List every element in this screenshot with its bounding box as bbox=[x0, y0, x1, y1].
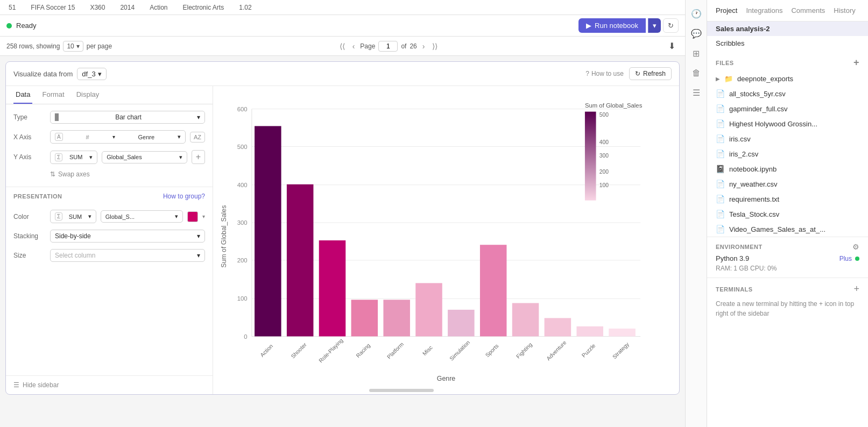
refresh-icon-button[interactable]: ↻ bbox=[663, 18, 679, 33]
tab-display[interactable]: Display bbox=[74, 86, 102, 104]
how-to-use-link[interactable]: ? How to use bbox=[585, 70, 624, 77]
file-all-stocks[interactable]: 📄 all_stocks_5yr.csv bbox=[707, 86, 868, 101]
viz-header-left: Visualize data from df_3 ▾ bbox=[13, 68, 107, 80]
file-iris[interactable]: 📄 iris.csv bbox=[707, 131, 868, 146]
file-requirements[interactable]: 📄 requirements.txt bbox=[707, 191, 868, 207]
presentation-controls: Color Σ SUM ▾ Global_S... ▾ ▾ bbox=[6, 203, 213, 268]
y-axis-icon: Σ bbox=[55, 153, 62, 161]
swatch-chevron-icon: ▾ bbox=[202, 213, 205, 219]
bar-chart-icon: ▊ bbox=[55, 113, 60, 121]
run-notebook-dropdown-button[interactable]: ▾ bbox=[648, 18, 661, 33]
chart-type-select[interactable]: ▊ Bar chart ▾ bbox=[50, 111, 205, 124]
svg-text:Platform: Platform bbox=[386, 341, 405, 360]
page-input[interactable] bbox=[378, 41, 398, 52]
env-plus-dot: Plus bbox=[839, 255, 859, 262]
swap-axes-button[interactable]: ⇅ Swap axes bbox=[13, 170, 205, 178]
add-file-button[interactable]: + bbox=[853, 57, 859, 68]
y-axis-agg-select[interactable]: Σ SUM ▾ bbox=[50, 151, 97, 164]
color-icon: Σ bbox=[55, 212, 62, 220]
file-ny-weather[interactable]: 📄 ny_weather.csv bbox=[707, 176, 868, 191]
svg-text:100: 100 bbox=[599, 182, 609, 188]
prev-page-button[interactable]: ‹ bbox=[350, 41, 357, 52]
per-page-select[interactable]: 10 ▾ bbox=[63, 41, 83, 52]
bar-action[interactable] bbox=[255, 126, 281, 336]
file-video-games[interactable]: 📄 Video_Games_Sales_as_at_... bbox=[707, 222, 868, 237]
bar-roleplaying[interactable] bbox=[319, 240, 346, 336]
row-col-platform: X360 bbox=[88, 3, 107, 12]
scrollbar[interactable] bbox=[369, 389, 434, 392]
chevron-down-icon: ▾ bbox=[89, 154, 93, 161]
bar-fighting[interactable] bbox=[512, 303, 539, 337]
clock-icon-button[interactable]: 🕐 bbox=[689, 5, 704, 22]
menu-icon-button[interactable]: ☰ bbox=[690, 84, 702, 101]
first-page-button[interactable]: ⟨⟨ bbox=[337, 41, 347, 52]
svg-text:Racing: Racing bbox=[355, 342, 372, 359]
run-notebook-button[interactable]: ▶ Run notebook bbox=[578, 18, 646, 33]
run-btn-container: ▶ Run notebook ▾ ↻ bbox=[578, 18, 679, 33]
file-iris2[interactable]: 📄 iris_2.csv bbox=[707, 146, 868, 161]
tab-format[interactable]: Format bbox=[40, 86, 66, 104]
svg-text:500: 500 bbox=[599, 112, 609, 118]
y-axis-col-select[interactable]: Global_Sales ▾ bbox=[102, 151, 187, 163]
bar-racing[interactable] bbox=[351, 300, 378, 336]
bar-chart-svg: Sum of Global_Sales 0 bbox=[218, 91, 674, 381]
bar-platform[interactable] bbox=[383, 300, 410, 336]
bar-sports[interactable] bbox=[480, 245, 507, 336]
right-tab-history[interactable]: History bbox=[834, 6, 855, 15]
svg-text:Shooter: Shooter bbox=[290, 341, 308, 360]
chart-area: Sum of Global_Sales 0 bbox=[213, 86, 679, 394]
scroll-indicator bbox=[213, 387, 679, 394]
color-agg-select[interactable]: Σ SUM ▾ bbox=[50, 210, 96, 223]
right-tab-project[interactable]: Project bbox=[716, 6, 737, 15]
df-source-select[interactable]: df_3 ▾ bbox=[77, 68, 106, 80]
tab-data[interactable]: Data bbox=[13, 86, 32, 104]
x-axis-select[interactable]: A # ▾ Genre ▾ bbox=[50, 130, 186, 144]
az-sort-button[interactable]: AZ bbox=[190, 132, 205, 143]
add-y-axis-button[interactable]: + bbox=[192, 150, 205, 164]
folder-deepnote-exports[interactable]: ▶ 📁 deepnote_exports bbox=[707, 72, 868, 86]
next-page-button[interactable]: › bbox=[420, 41, 427, 52]
icon-sidebar: 🕐 💬 ⊞ 🗑 ☰ bbox=[685, 0, 707, 427]
last-page-button[interactable]: ⟩⟩ bbox=[430, 41, 440, 52]
refresh-button[interactable]: ↻ Refresh bbox=[629, 67, 672, 80]
legend-gradient bbox=[585, 112, 596, 201]
bar-puzzle[interactable] bbox=[576, 326, 603, 337]
bar-simulation[interactable] bbox=[448, 310, 475, 337]
how-to-group-link[interactable]: How to group? bbox=[163, 193, 205, 200]
chat-icon-button[interactable]: 💬 bbox=[689, 25, 704, 42]
env-ram-info: RAM: 1 GB CPU: 0% bbox=[716, 265, 859, 272]
chevron-down-icon: ▾ bbox=[197, 252, 200, 259]
hide-sidebar-button[interactable]: ☰ Hide sidebar bbox=[6, 375, 213, 394]
add-terminal-button[interactable]: + bbox=[853, 283, 859, 295]
svg-text:Puzzle: Puzzle bbox=[581, 343, 597, 359]
right-tab-comments[interactable]: Comments bbox=[791, 6, 825, 15]
scribbles-item[interactable]: Scribbles bbox=[707, 36, 868, 51]
stacking-select[interactable]: Side-by-side ▾ bbox=[50, 230, 205, 243]
svg-text:100: 100 bbox=[237, 295, 248, 302]
table-icon-button[interactable]: ⊞ bbox=[690, 45, 702, 62]
size-select[interactable]: Select column ▾ bbox=[50, 249, 205, 262]
size-row: Size Select column ▾ bbox=[13, 249, 205, 262]
bar-strategy[interactable] bbox=[609, 329, 636, 336]
presentation-header: PRESENTATION How to group? bbox=[6, 189, 213, 203]
file-notebook[interactable]: 📓 notebook.ipynb bbox=[707, 161, 868, 176]
gear-icon[interactable]: ⚙ bbox=[852, 243, 859, 251]
color-swatch[interactable] bbox=[187, 211, 198, 222]
bar-adventure[interactable] bbox=[545, 318, 571, 336]
color-col-select[interactable]: Global_S... ▾ bbox=[101, 210, 183, 223]
status-left: Ready bbox=[6, 22, 37, 30]
chevron-down-icon2: ▾ bbox=[178, 133, 181, 140]
file-highest-holywood[interactable]: 📄 Highest Holywood Grossin... bbox=[707, 116, 868, 131]
file-gapminder[interactable]: 📄 gapminder_full.csv bbox=[707, 101, 868, 116]
viz-block: Visualize data from df_3 ▾ ? How to use … bbox=[5, 61, 680, 395]
bar-shooter[interactable] bbox=[287, 184, 314, 337]
terminals-hint: Create a new terminal by hitting the + i… bbox=[716, 299, 859, 318]
right-tab-integrations[interactable]: Integrations bbox=[746, 6, 782, 15]
svg-text:300: 300 bbox=[599, 153, 609, 159]
download-button[interactable]: ⬇ bbox=[665, 40, 679, 52]
bar-misc[interactable] bbox=[415, 283, 442, 336]
trash-icon-button[interactable]: 🗑 bbox=[690, 65, 703, 81]
file-tesla-stock[interactable]: 📄 Tesla_Stock.csv bbox=[707, 207, 868, 222]
active-notebook-item[interactable]: Sales analysis-2 bbox=[707, 22, 868, 36]
svg-text:400: 400 bbox=[237, 182, 248, 188]
